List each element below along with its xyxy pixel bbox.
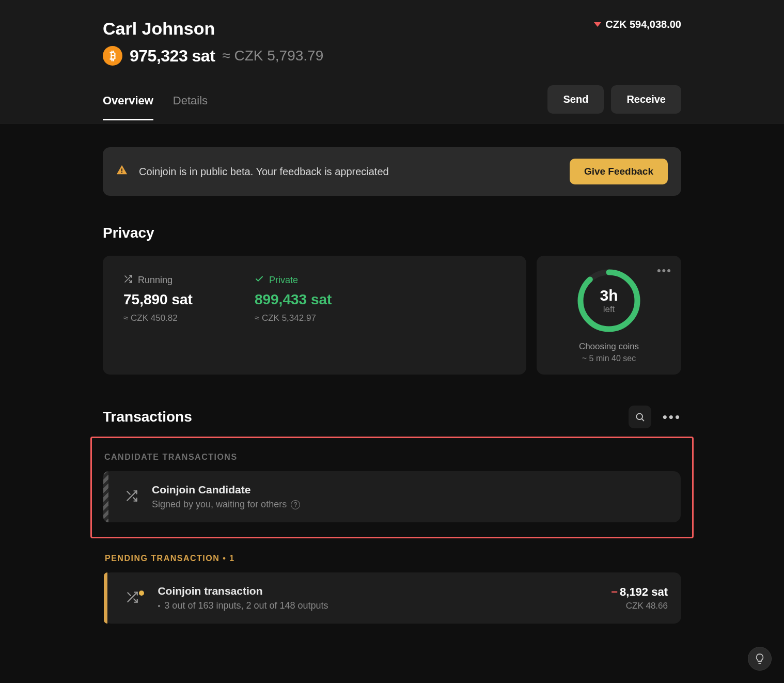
progress-ring: 3h left: [575, 267, 642, 334]
pending-fiat: CZK 48.66: [611, 601, 668, 611]
candidate-subtitle: Signed by you, waiting for others ?: [152, 499, 300, 510]
timer-remaining-label: left: [603, 304, 615, 315]
candidate-section-highlight: CANDIDATE TRANSACTIONS Coinjoin Candidat…: [90, 437, 694, 538]
pending-stripe-icon: [104, 572, 107, 624]
shuffle-icon: [123, 274, 133, 286]
privacy-balances-card: Running 75,890 sat ≈ CZK 450.82 Private …: [103, 256, 526, 375]
timer-menu-button[interactable]: •••: [657, 264, 672, 277]
tab-details[interactable]: Details: [173, 88, 208, 120]
private-label: Private: [255, 274, 332, 286]
pending-amount: −8,192 sat: [611, 585, 668, 599]
send-button[interactable]: Send: [547, 85, 604, 114]
search-button[interactable]: [629, 406, 651, 428]
bitcoin-icon: ₿: [103, 46, 122, 66]
pending-heading: PENDING TRANSACTION • 1: [105, 554, 681, 563]
account-balance: 975,323 sat: [130, 46, 215, 66]
trend-down-icon: [594, 22, 601, 27]
transactions-heading: Transactions: [103, 409, 192, 425]
info-icon[interactable]: ?: [291, 500, 300, 509]
beta-banner: Coinjoin is in public beta. Your feedbac…: [103, 147, 681, 196]
pending-subtitle: • 3 out of 163 inputs, 2 out of 148 outp…: [158, 600, 328, 611]
shuffle-icon: [125, 489, 138, 505]
banner-text: Coinjoin is in public beta. Your feedbac…: [139, 166, 389, 178]
running-fiat: ≈ CZK 450.82: [123, 313, 193, 323]
account-balance-fiat: ≈ CZK 5,793.79: [222, 48, 323, 64]
account-name: Carl Johnson: [103, 19, 215, 39]
running-value: 75,890 sat: [123, 291, 193, 308]
transactions-menu-button[interactable]: •••: [663, 409, 681, 425]
timer-eta: ~ 5 min 40 sec: [582, 354, 636, 363]
privacy-heading: Privacy: [103, 225, 681, 241]
receive-button[interactable]: Receive: [611, 85, 681, 114]
portfolio-total-value: CZK 594,038.00: [605, 19, 681, 30]
tab-overview[interactable]: Overview: [103, 88, 153, 120]
timer-remaining: 3h: [600, 287, 618, 304]
warning-icon: [116, 164, 128, 179]
pending-transaction-row[interactable]: Coinjoin transaction • 3 out of 163 inpu…: [104, 572, 681, 624]
timer-status: Choosing coins: [579, 342, 639, 352]
pending-title: Coinjoin transaction: [158, 585, 328, 597]
shuffle-pending-icon: [126, 591, 144, 606]
pending-stripe-icon: [103, 471, 108, 522]
portfolio-total: CZK 594,038.00: [594, 19, 681, 30]
check-icon: [255, 274, 264, 286]
private-fiat: ≈ CZK 5,342.97: [255, 313, 332, 323]
private-value: 899,433 sat: [255, 291, 332, 308]
running-label: Running: [123, 274, 193, 286]
candidate-heading: CANDIDATE TRANSACTIONS: [104, 453, 681, 462]
svg-rect-1: [121, 172, 122, 173]
candidate-title: Coinjoin Candidate: [152, 484, 300, 496]
account-tabs: Overview Details: [103, 88, 208, 120]
svg-line-5: [642, 419, 644, 421]
candidate-transaction-row[interactable]: Coinjoin Candidate Signed by you, waitin…: [103, 471, 681, 522]
tips-button[interactable]: [748, 647, 772, 671]
svg-rect-0: [121, 168, 122, 172]
give-feedback-button[interactable]: Give Feedback: [570, 159, 668, 184]
coinjoin-timer-card: ••• 3h left Choosing coins ~ 5 min 40 se…: [537, 256, 681, 375]
